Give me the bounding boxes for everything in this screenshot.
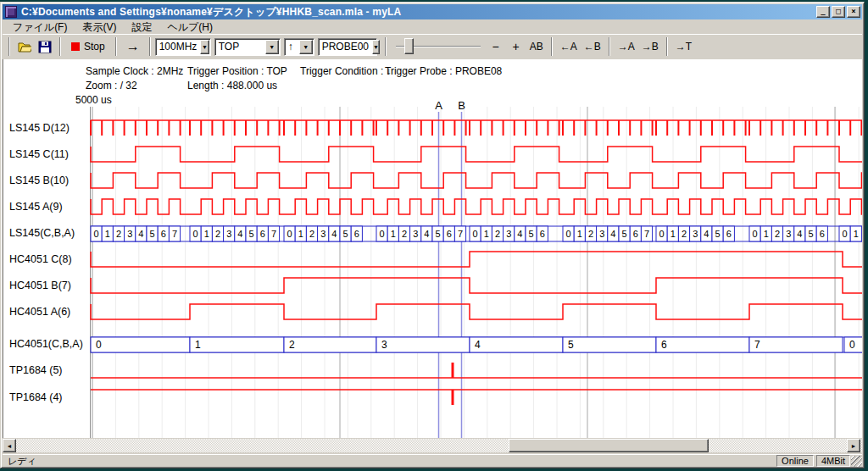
svg-text:5: 5	[150, 229, 155, 239]
toolbar-separator	[385, 37, 387, 56]
svg-text:5: 5	[568, 339, 574, 351]
resize-grip-icon[interactable]	[851, 456, 862, 467]
svg-text:6: 6	[820, 229, 825, 239]
title-bar[interactable]: C:¥Documents and Settings¥noname¥デスクトップ¥…	[3, 4, 862, 19]
svg-text:1: 1	[854, 229, 859, 239]
run-button[interactable]: →	[121, 37, 145, 56]
svg-text:4: 4	[610, 229, 615, 239]
goto-cursor-b-right-button[interactable]: →B	[638, 37, 662, 56]
svg-text:2: 2	[309, 229, 314, 239]
svg-text:2: 2	[495, 229, 500, 239]
svg-text:1: 1	[577, 229, 582, 239]
open-file-button[interactable]	[14, 37, 35, 56]
close-button[interactable]: ×	[847, 6, 860, 18]
chevron-down-icon[interactable]: ▼	[265, 40, 279, 54]
menu-file[interactable]: ファイル(F)	[5, 19, 75, 36]
goto-cursor-a-right-button[interactable]: →A	[615, 37, 638, 56]
svg-text:5: 5	[809, 229, 814, 239]
toolbar-grip	[8, 37, 10, 56]
scroll-right-button[interactable]: ►	[847, 439, 860, 452]
svg-text:7: 7	[271, 229, 276, 239]
svg-text:0: 0	[659, 229, 665, 239]
slider-handle[interactable]	[404, 38, 414, 54]
scrollbar-thumb[interactable]	[509, 439, 709, 452]
svg-text:1: 1	[298, 229, 303, 239]
svg-text:1: 1	[670, 229, 676, 239]
svg-text:4: 4	[424, 229, 429, 239]
chevron-down-icon[interactable]: ▼	[299, 40, 313, 54]
svg-text:0: 0	[96, 339, 102, 351]
svg-text:5: 5	[343, 229, 348, 239]
svg-text:2: 2	[116, 229, 121, 239]
stop-label: Stop	[84, 41, 105, 53]
svg-text:1: 1	[764, 229, 769, 239]
svg-text:0: 0	[193, 229, 198, 239]
svg-text:3: 3	[786, 229, 791, 239]
svg-text:1: 1	[484, 229, 489, 239]
svg-text:4: 4	[475, 339, 481, 351]
svg-text:6: 6	[260, 229, 265, 239]
chevron-down-icon[interactable]: ▼	[372, 40, 380, 54]
svg-text:3: 3	[599, 229, 604, 239]
svg-text:B: B	[458, 99, 465, 112]
svg-text:4: 4	[138, 229, 143, 239]
ab-range-button[interactable]: AB	[526, 37, 547, 56]
svg-text:4: 4	[517, 229, 522, 239]
save-button[interactable]	[35, 37, 55, 56]
svg-text:2: 2	[289, 339, 295, 351]
window-title: C:¥Documents and Settings¥noname¥デスクトップ¥…	[21, 5, 815, 19]
minimize-button[interactable]: _	[816, 6, 830, 18]
cursor-a[interactable]: A	[435, 99, 442, 438]
svg-text:6: 6	[447, 229, 452, 239]
menu-view[interactable]: 表示(V)	[75, 19, 124, 36]
menu-settings[interactable]: 設定	[124, 19, 159, 36]
zoom-out-button[interactable]: −	[486, 37, 506, 56]
svg-text:1: 1	[195, 339, 201, 351]
menu-bar: ファイル(F) 表示(V) 設定 ヘルプ(H)	[3, 20, 862, 34]
svg-text:1: 1	[391, 229, 396, 239]
svg-text:1: 1	[204, 229, 209, 239]
goto-trigger-button[interactable]: →T	[672, 37, 695, 56]
svg-text:0: 0	[287, 229, 292, 239]
trigger-probe-select[interactable]: PROBE00 ▼	[318, 38, 377, 56]
menu-help[interactable]: ヘルプ(H)	[159, 19, 220, 36]
trigger-position-select[interactable]: TOP ▼	[214, 38, 281, 56]
stop-square-icon	[71, 42, 80, 51]
svg-text:3: 3	[127, 229, 132, 239]
trigger-edge-select[interactable]: ↑ ▼	[284, 38, 314, 56]
svg-text:4: 4	[237, 229, 242, 239]
zoom-slider[interactable]	[396, 37, 481, 56]
svg-text:6: 6	[161, 229, 166, 239]
goto-cursor-a-left-button[interactable]: ←A	[557, 37, 581, 56]
goto-cursor-b-left-button[interactable]: ←B	[581, 37, 604, 56]
svg-text:3: 3	[693, 229, 698, 239]
channel-label: HC4051 A(6)	[9, 306, 70, 318]
wave-ls145-a-9-	[91, 199, 862, 214]
svg-text:2: 2	[588, 229, 593, 239]
wave-tp1684-4-	[91, 390, 862, 405]
channel-label: HC4051 C(8)	[9, 253, 72, 265]
svg-text:2: 2	[682, 229, 687, 239]
grid: 5000 us	[75, 94, 859, 438]
maximize-button[interactable]: □	[832, 6, 845, 18]
svg-text:0: 0	[94, 229, 99, 239]
svg-text:6: 6	[354, 229, 359, 239]
chevron-down-icon[interactable]: ▼	[200, 40, 209, 54]
horizontal-scrollbar[interactable]: ◄ ►	[3, 439, 862, 452]
svg-text:7: 7	[458, 229, 463, 239]
toolbar-separator	[666, 37, 668, 56]
zoom-in-button[interactable]: +	[506, 37, 526, 56]
stop-button[interactable]: Stop	[65, 37, 111, 56]
scroll-left-button[interactable]: ◄	[3, 439, 16, 452]
status-ready-text: レディ	[8, 455, 776, 468]
svg-text:4: 4	[704, 229, 709, 239]
wave-hc4051-a-6-	[91, 304, 862, 319]
channel-label: LS145 A(9)	[9, 201, 63, 213]
svg-text:0: 0	[849, 339, 855, 351]
wave-ls145-b-10-	[91, 173, 862, 188]
channel-label: TP1684 (5)	[9, 364, 63, 376]
sample-rate-select[interactable]: 100MHz ▼	[155, 38, 211, 56]
toolbar-separator	[609, 37, 610, 56]
svg-text:5000 us: 5000 us	[75, 94, 112, 106]
svg-text:3: 3	[381, 339, 387, 351]
